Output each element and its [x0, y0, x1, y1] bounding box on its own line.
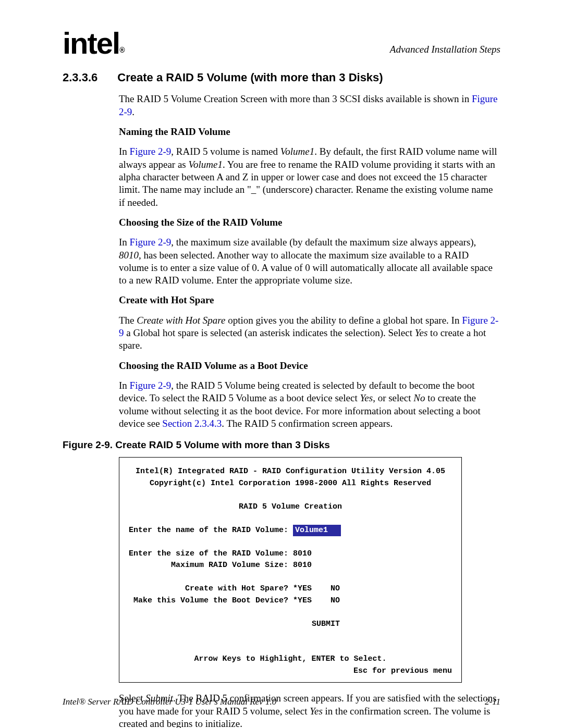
bios-hint-esc: Esc for previous menu [129, 665, 452, 677]
bios-boot-row: Make this Volume the Boot Device? *YES N… [129, 595, 452, 607]
submit-button[interactable]: SUBMIT [312, 620, 340, 628]
intel-logo: intel® [63, 31, 125, 55]
naming-paragraph: In Figure 2-9, RAID 5 volume is named Vo… [119, 145, 500, 209]
bios-hint-nav: Arrow Keys to Highlight, ENTER to Select… [129, 653, 452, 665]
page: intel® Advanced Installation Steps 2.3.3… [0, 0, 563, 728]
hotspare-yes-option[interactable]: *YES [293, 584, 312, 593]
bios-submit-row: SUBMIT [129, 619, 452, 631]
bios-maxsize-row: Maximum RAID Volume Size: 8010 [129, 560, 452, 572]
hotspare-paragraph: The Create with Hot Spare option gives y… [119, 314, 500, 352]
page-header: intel® Advanced Installation Steps [63, 31, 500, 55]
boot-paragraph: In Figure 2-9, the RAID 5 Volume being c… [119, 379, 500, 430]
bios-hotspare-row: Create with Hot Spare? *YES NO [129, 583, 452, 595]
size-paragraph: In Figure 2-9, the maximum size availabl… [119, 236, 500, 287]
footer-manual-title: Intel® Server RAID Controller U3-1 User'… [63, 697, 276, 707]
naming-heading: Naming the RAID Volume [119, 126, 500, 138]
size-heading: Choosing the Size of the RAID Volume [119, 216, 500, 229]
section-heading: 2.3.3.6 Create a RAID 5 Volume (with mor… [63, 71, 500, 84]
figure-link[interactable]: Figure 2-9 [130, 380, 172, 391]
hotspare-no-option[interactable]: NO [331, 584, 340, 593]
bios-screen-title: RAID 5 Volume Creation [129, 501, 452, 513]
registered-mark: ® [119, 46, 125, 54]
max-size-value: 8010 [293, 561, 312, 570]
figure-link[interactable]: Figure 2-9 [130, 146, 172, 157]
bios-size-row: Enter the size of the RAID Volume: 8010 [129, 548, 452, 560]
bios-header-line2: Copyright(c) Intel Corporation 1998-2000… [129, 478, 452, 490]
section-number: 2.3.3.6 [63, 71, 97, 84]
bios-header-line1: Intel(R) Integrated RAID - RAID Configur… [129, 466, 452, 478]
volume-name-field[interactable]: Volume1 [293, 525, 341, 537]
page-footer: Intel® Server RAID Controller U3-1 User'… [63, 697, 500, 707]
section-link[interactable]: Section 2.3.4.3 [162, 418, 222, 429]
boot-no-option[interactable]: NO [331, 596, 340, 605]
header-chapter-title: Advanced Installation Steps [390, 44, 500, 55]
bios-screen: Intel(R) Integrated RAID - RAID Configur… [119, 457, 462, 683]
figure-link[interactable]: Figure 2-9 [130, 237, 172, 248]
bios-name-row: Enter the name of the RAID Volume: Volum… [129, 525, 452, 537]
section-title: Create a RAID 5 Volume (with more than 3… [117, 71, 383, 84]
footer-page-number: 2-11 [485, 697, 500, 707]
boot-heading: Choosing the RAID Volume as a Boot Devic… [119, 360, 500, 372]
volume-size-field[interactable]: 8010 [293, 549, 312, 558]
figure-caption: Figure 2-9. Create RAID 5 Volume with mo… [63, 439, 500, 451]
content-body: The RAID 5 Volume Creation Screen with m… [119, 93, 500, 430]
hotspare-heading: Create with Hot Spare [119, 294, 500, 306]
intro-paragraph: The RAID 5 Volume Creation Screen with m… [119, 93, 500, 118]
boot-yes-option[interactable]: *YES [293, 596, 312, 605]
logo-text: intel [63, 26, 119, 60]
